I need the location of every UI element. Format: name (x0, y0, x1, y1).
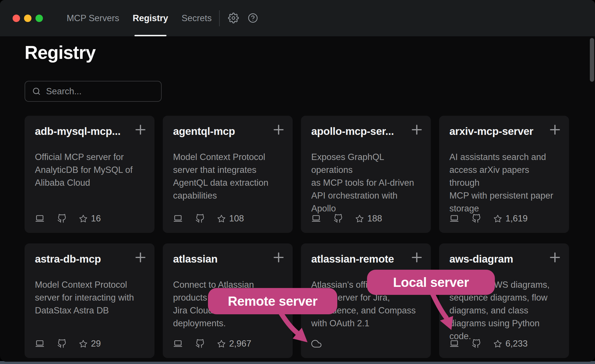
github-stars: 188 (355, 213, 382, 224)
description-line: with OAuth 2.1 (311, 317, 421, 330)
server-card-arxiv-mcp-server[interactable]: arxiv-mcp-server AI assistants search an… (439, 116, 569, 233)
server-name: astra-db-mcp (35, 253, 129, 265)
laptop-icon (173, 214, 183, 223)
github-stars: 108 (217, 213, 244, 224)
search-box[interactable] (25, 81, 162, 102)
description-line: diagrams, and class (449, 304, 559, 317)
description-line: Alibaba Cloud (35, 176, 144, 189)
description-line: AgentQL data extraction (173, 176, 282, 189)
titlebar-divider (219, 10, 220, 26)
scrollbar-thumb[interactable] (590, 38, 594, 82)
tab-registry[interactable]: Registry (133, 0, 168, 36)
add-server-button[interactable] (272, 251, 285, 264)
tab-mcp-servers[interactable]: MCP Servers (67, 0, 119, 36)
star-count: 29 (91, 339, 101, 349)
search-input[interactable] (46, 86, 160, 97)
laptop-icon (173, 339, 183, 349)
remote-server-callout: Remote server (208, 288, 337, 314)
github-stars: 1,619 (493, 213, 528, 224)
zoom-window-button[interactable] (35, 15, 43, 22)
github-icon (57, 214, 66, 223)
server-card-aws-diagram[interactable]: aws-diagram Generate AWS diagrams,sequen… (439, 243, 569, 358)
tab-label: MCP Servers (67, 13, 119, 23)
callout-label: Local server (393, 275, 469, 290)
server-card-apollo-mcp-ser[interactable]: apollo-mcp-ser... Exposes GraphQL operat… (301, 116, 431, 233)
star-icon (493, 339, 502, 348)
add-server-button[interactable] (410, 123, 423, 136)
tab-secrets[interactable]: Secrets (182, 0, 212, 36)
app-window: MCP Servers Registry Secrets Registry (0, 0, 595, 362)
titlebar: MCP Servers Registry Secrets (0, 0, 595, 36)
github-icon (195, 214, 205, 223)
close-window-button[interactable] (13, 15, 20, 22)
add-server-button[interactable] (548, 251, 562, 264)
laptop-icon-wrap (173, 214, 183, 223)
description-line: storage (449, 202, 559, 215)
server-description: Exposes GraphQL operationsas MCP tools f… (311, 151, 421, 215)
github-stars: 16 (79, 213, 101, 224)
server-card-agentql-mcp[interactable]: agentql-mcp Model Context Protocolserver… (163, 116, 293, 233)
laptop-icon (35, 214, 45, 223)
laptop-icon-wrap (449, 339, 459, 349)
add-server-button[interactable] (410, 251, 423, 264)
server-name: agentql-mcp (173, 125, 267, 137)
description-line: AI assistants search and (449, 151, 559, 163)
help-icon[interactable] (248, 13, 258, 23)
add-server-button[interactable] (134, 123, 147, 136)
github-stars: 2,967 (217, 339, 251, 349)
cloud-icon-wrap (311, 339, 322, 349)
card-footer: 16 (35, 213, 101, 224)
laptop-icon (311, 214, 321, 223)
laptop-icon-wrap (35, 339, 45, 349)
github-icon-wrap (195, 339, 205, 348)
server-description: AI assistants search andaccess arXiv pap… (449, 151, 559, 215)
description-line: DataStax Astra DB (35, 304, 144, 317)
github-icon-wrap (334, 214, 343, 223)
minimize-window-button[interactable] (24, 15, 31, 22)
description-line: Model Context Protocol (173, 151, 282, 163)
description-line: AnalyticDB for MySQL of (35, 163, 144, 176)
description-line: deployments. (173, 317, 282, 330)
tab-label: Secrets (182, 13, 212, 23)
add-server-button[interactable] (134, 251, 147, 264)
laptop-icon-wrap (173, 339, 183, 349)
main-tabs: MCP Servers Registry Secrets (67, 0, 212, 36)
github-stars: 6,233 (493, 339, 528, 349)
description-line: access arXiv papers through (449, 163, 559, 189)
card-footer: 108 (173, 213, 244, 224)
github-icon-wrap (195, 214, 205, 223)
star-count: 2,967 (229, 339, 251, 349)
local-server-callout: Local server (367, 270, 495, 295)
search-icon (32, 87, 41, 96)
page-title: Registry (25, 42, 96, 63)
star-count: 16 (91, 213, 101, 224)
description-line: as MCP tools for AI-driven (311, 176, 421, 189)
server-card-adb-mysql-mcp[interactable]: adb-mysql-mcp... Official MCP server for… (25, 116, 154, 233)
star-icon (217, 339, 226, 348)
server-name: atlassian-remote (311, 253, 406, 265)
github-icon (57, 339, 66, 348)
star-icon (355, 214, 364, 223)
add-server-button[interactable] (272, 123, 285, 136)
card-footer (311, 339, 322, 349)
server-name: adb-mysql-mcp... (35, 125, 129, 137)
laptop-icon-wrap (311, 214, 321, 223)
laptop-icon (449, 339, 459, 349)
server-name: apollo-mcp-ser... (311, 125, 406, 137)
github-icon (334, 214, 343, 223)
server-card-astra-db-mcp[interactable]: astra-db-mcp Model Context Protocolserve… (25, 243, 154, 358)
star-count: 188 (367, 213, 382, 224)
star-count: 108 (229, 213, 244, 224)
description-line: capabilities (173, 189, 282, 202)
add-server-button[interactable] (548, 123, 562, 136)
server-description: Model Context Protocolserver that integr… (173, 151, 282, 202)
server-card-grid: adb-mysql-mcp... Official MCP server for… (25, 116, 569, 358)
settings-gear-icon[interactable] (228, 13, 239, 23)
server-name: arxiv-mcp-server (449, 125, 544, 137)
server-description: Official MCP server forAnalyticDB for My… (35, 151, 144, 189)
github-stars: 29 (79, 339, 101, 349)
github-icon-wrap (472, 339, 481, 348)
star-icon (217, 214, 226, 223)
card-footer: 2,967 (173, 339, 251, 349)
laptop-icon (449, 214, 459, 223)
